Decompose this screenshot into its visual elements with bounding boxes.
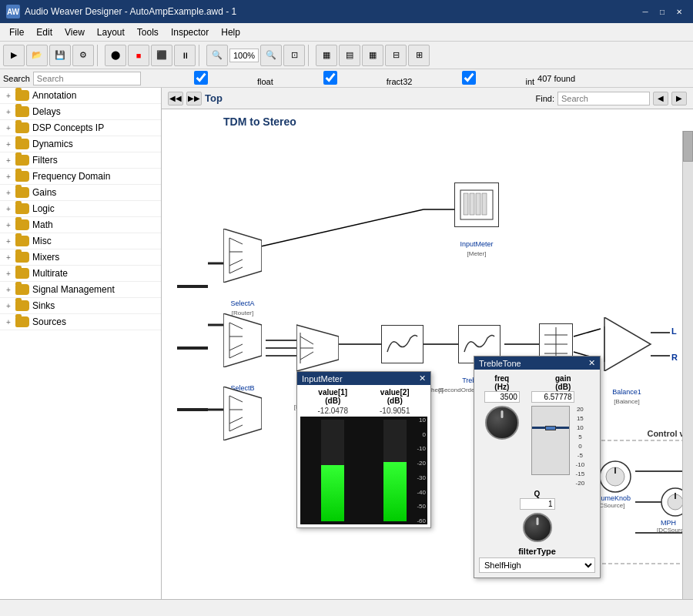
layout3-button[interactable]: ▦: [362, 45, 383, 66]
folder-icon: [15, 122, 29, 133]
item-label: Sinks: [32, 300, 55, 311]
tree-item-sinks[interactable]: + Sinks: [0, 298, 161, 314]
menu-layout[interactable]: Layout: [91, 25, 131, 39]
menu-view[interactable]: View: [59, 25, 91, 39]
stop-button[interactable]: ■: [128, 45, 149, 66]
menu-file[interactable]: File: [3, 25, 30, 39]
inputmeter-window[interactable]: InputMeter ✕ value[1](dB) value[2](dB) -…: [296, 371, 431, 528]
balance1-block[interactable]: Balance1 [Balance]: [601, 317, 653, 374]
menu-edit[interactable]: Edit: [30, 25, 59, 39]
selectc-block[interactable]: [223, 387, 262, 444]
canvas[interactable]: TDM to Stereo: [162, 109, 693, 599]
svg-rect-44: [482, 193, 487, 215]
gs-m10: -10: [576, 461, 585, 468]
tree-item-misc[interactable]: + Misc: [0, 233, 161, 249]
open-button[interactable]: 📂: [26, 45, 48, 66]
zoom-fit-button[interactable]: ⊡: [283, 45, 305, 66]
basstone-block[interactable]: BassTone [SecondOrderFilterSmoothed]: [381, 325, 424, 363]
basstone-icon: [386, 330, 419, 358]
selecta-block[interactable]: SelectA [Router]: [223, 229, 262, 286]
connect-button[interactable]: ⬤: [105, 45, 126, 66]
trebletone-window[interactable]: TrebleTone ✕ freq(Hz) gain(dB): [474, 356, 601, 578]
fract32-checkbox-label[interactable]: fract32: [276, 71, 413, 86]
tt-q-knob[interactable]: [523, 513, 552, 542]
tt-filtertype-label: filterType: [479, 547, 595, 556]
find-prev-button[interactable]: ◀: [653, 92, 668, 105]
find-next-button[interactable]: ▶: [671, 92, 687, 105]
tree-item-dsp[interactable]: + DSP Concepts IP: [0, 120, 161, 136]
tt-gain-thumb[interactable]: [545, 426, 556, 430]
record-button[interactable]: ⬛: [151, 45, 172, 66]
play-button[interactable]: ▶: [3, 45, 25, 66]
tt-gain-slider-area[interactable]: [531, 406, 570, 475]
item-label: Filters: [32, 155, 58, 166]
save-button[interactable]: 💾: [49, 45, 71, 66]
tree-item-annotation[interactable]: + Annotation: [0, 88, 161, 104]
float-checkbox[interactable]: [147, 71, 255, 85]
layout4-button[interactable]: ⊟: [385, 45, 407, 66]
expand-icon: +: [3, 268, 14, 279]
expand-icon: +: [3, 155, 14, 166]
zoom-out-button[interactable]: 🔍: [260, 45, 282, 66]
scrollbar-thumb[interactable]: [683, 131, 693, 162]
tree-item-dynamics[interactable]: + Dynamics: [0, 136, 161, 152]
int-checkbox-label[interactable]: int: [415, 71, 534, 86]
inputmeter-titlebar: InputMeter ✕: [297, 372, 430, 385]
folder-icon: [15, 300, 29, 311]
tree-item-sources[interactable]: + Sources: [0, 314, 161, 330]
zoom-in-button[interactable]: 🔍: [206, 45, 228, 66]
item-label: Frequency Domain: [32, 171, 110, 182]
layout5-button[interactable]: ⊞: [408, 45, 430, 66]
inputmeter-close-button[interactable]: ✕: [419, 373, 426, 383]
menu-help[interactable]: Help: [215, 25, 246, 39]
meter-col2-header: value[2](dB): [366, 388, 425, 405]
tree-item-signal-mgmt[interactable]: + Signal Management: [0, 282, 161, 298]
tt-filtertype-select[interactable]: ShelfHigh ShelfLow Peaking LowPass HighP…: [479, 557, 595, 573]
tree-item-gains[interactable]: + Gains: [0, 185, 161, 201]
svg-rect-43: [476, 193, 480, 215]
tree-item-freq-domain[interactable]: + Frequency Domain: [0, 169, 161, 185]
pause-button[interactable]: ⏸: [174, 45, 196, 66]
search-input[interactable]: [33, 72, 141, 85]
tree-item-filters[interactable]: + Filters: [0, 152, 161, 169]
build-button[interactable]: ⚙: [72, 45, 94, 66]
folder-icon: [15, 236, 29, 246]
tree-item-multirate[interactable]: + Multirate: [0, 266, 161, 282]
trebletone-close-button[interactable]: ✕: [588, 358, 595, 368]
close-button[interactable]: ✕: [671, 5, 687, 18]
tt-q-row: Q: [479, 490, 595, 542]
gs-15: 15: [576, 415, 585, 422]
canvas-scrollbar[interactable]: [682, 131, 693, 599]
tt-gain-input[interactable]: [531, 391, 574, 403]
tt-freq-input[interactable]: [484, 391, 520, 403]
int-checkbox[interactable]: [415, 71, 523, 85]
tt-q-input[interactable]: [520, 498, 555, 510]
tt-freq-label: freq(Hz): [479, 374, 525, 391]
inputmeter-block[interactable]: InputMeter [Meter]: [454, 182, 499, 227]
expand-icon: +: [3, 284, 14, 295]
layout2-button[interactable]: ▤: [339, 45, 360, 66]
nav-back-button[interactable]: ◀◀: [168, 92, 183, 105]
svg-marker-57: [604, 317, 651, 371]
tt-freq-knob[interactable]: [485, 406, 519, 440]
menu-inspector[interactable]: Inspector: [165, 25, 215, 39]
volume-knob[interactable]: [598, 460, 632, 494]
tree-item-mixers[interactable]: + Mixers: [0, 249, 161, 266]
menu-tools[interactable]: Tools: [131, 25, 165, 39]
inputselect-block[interactable]: InputSelect [MultiplexorFade]: [296, 321, 339, 378]
tree-item-math[interactable]: + Math: [0, 217, 161, 233]
expand-icon: +: [3, 90, 14, 101]
maximize-button[interactable]: □: [654, 5, 670, 18]
selectb-block[interactable]: SelectB [Router]: [223, 313, 262, 370]
volume-knob-svg: [598, 460, 632, 494]
minimize-button[interactable]: ─: [638, 5, 653, 18]
tree-item-logic[interactable]: + Logic: [0, 201, 161, 217]
fract32-checkbox[interactable]: [276, 71, 384, 85]
tree-item-delays[interactable]: + Delays: [0, 104, 161, 120]
inputmeter-content: value[1](dB) value[2](dB) -12.0478 -10.9…: [297, 385, 430, 527]
layout-button[interactable]: ▦: [316, 45, 337, 66]
nav-forward-button[interactable]: ▶▶: [186, 92, 202, 105]
float-checkbox-label[interactable]: float: [147, 71, 273, 86]
meter-bar2-green: [383, 462, 407, 521]
find-input[interactable]: [557, 92, 650, 105]
